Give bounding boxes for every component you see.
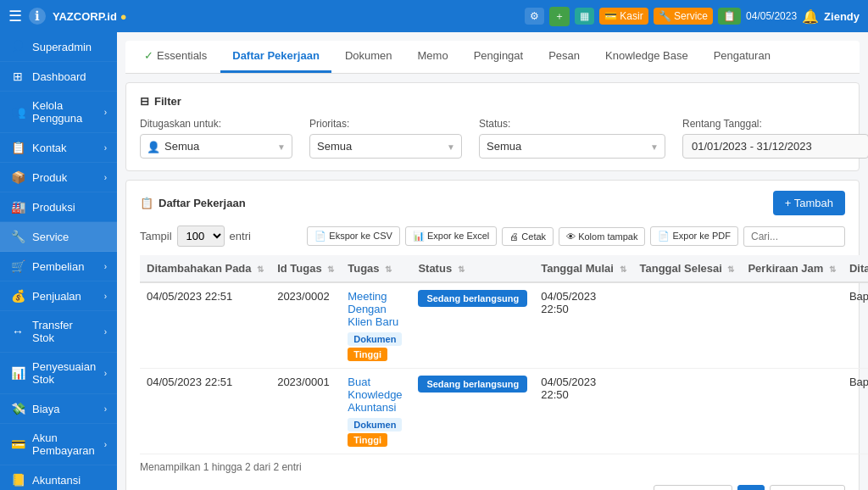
chevron-right-icon: › [104, 404, 107, 414]
tab-pesan[interactable]: Pesan [537, 41, 592, 73]
sidebar-item-biaya[interactable]: 💸 Biaya › [0, 394, 117, 424]
sidebar-item-penyesuaian-stok[interactable]: 📊 Penyesuaian Stok › [0, 353, 117, 394]
sidebar-item-akuntansi[interactable]: 📒 Akuntansi [0, 465, 117, 490]
pagination-info: Menampilkan 1 hingga 2 dari 2 entri [140, 461, 845, 473]
bell-icon[interactable]: 🔔 [802, 8, 819, 25]
export-csv-btn[interactable]: 📄 Ekspor ke CSV [307, 226, 400, 246]
task-link[interactable]: Buat Knowledge Akuntansi [348, 376, 404, 414]
table-row: 04/05/2023 22:51 2023/0002 Meeting Denga… [140, 282, 868, 369]
col-ditanda-tangani: Ditanda tangani oleh [843, 255, 868, 282]
sidebar-item-produksi[interactable]: 🏭 Produksi [0, 192, 117, 222]
assigned-select[interactable]: Semua [140, 134, 292, 159]
doc-icon-btn[interactable]: 📋 [718, 8, 741, 25]
sidebar-item-penjualan[interactable]: 💰 Penjualan › [0, 281, 117, 311]
column-toggle-btn[interactable]: 👁 Kolom tampak [559, 227, 645, 246]
main-content: ✓Essentials Daftar Pekerjaan Dokumen Mem… [117, 32, 868, 490]
hamburger-icon[interactable]: ☰ [8, 7, 22, 25]
chevron-down-icon: ▼ [447, 142, 455, 151]
badge-dokumen: Dokumen [348, 332, 402, 346]
date-range-input[interactable] [682, 134, 868, 159]
filter-row: Ditugaskan untuk: 👤 Semua ▼ Prioritas: S… [140, 118, 845, 159]
product-icon: 📦 [10, 170, 25, 184]
tab-pengaturan[interactable]: Pengaturan [702, 41, 782, 73]
search-input[interactable] [743, 226, 845, 247]
brand-logo: YAZCORP.id● [53, 10, 127, 23]
sidebar-item-pembelian[interactable]: 🛒 Pembelian › [0, 252, 117, 281]
status-label: Status: [479, 118, 665, 130]
tab-pengingat[interactable]: Pengingat [462, 41, 536, 73]
col-tugas: Tugas ⇅ [341, 255, 411, 282]
date-range-label: Rentang Tanggal: [682, 118, 868, 130]
entries-select[interactable]: 100 25 50 [177, 226, 225, 247]
tab-daftar-pekerjaan[interactable]: Daftar Pekerjaan [220, 41, 331, 73]
print-btn[interactable]: 🖨 Cetak [502, 227, 554, 246]
chevron-right-icon: › [104, 108, 107, 117]
table-controls: Tampil 100 25 50 entri 📄 Ekspor ke CSV 📊… [140, 226, 845, 247]
top-navbar: ☰ ℹ YAZCORP.id● ⚙ ＋ ▦ 💳 Kasir 🔧 Service … [0, 0, 868, 32]
service-btn[interactable]: 🔧 Service [654, 8, 713, 25]
tab-dokumen[interactable]: Dokumen [333, 41, 404, 73]
table-title: 📋 Daftar Pekerjaan [140, 197, 246, 209]
sidebar-item-transfer-stok[interactable]: ↔ Transfer Stok › [0, 311, 117, 353]
tab-memo[interactable]: Memo [406, 41, 460, 73]
info-icon[interactable]: ℹ [29, 8, 46, 25]
prev-page-btn[interactable]: Sebelumnya [654, 485, 732, 490]
service-icon: 🔧 [10, 230, 25, 243]
sidebar-item-produk[interactable]: 📦 Produk › [0, 163, 117, 192]
status-badge: Sedang berlangsung [418, 376, 527, 393]
penjualan-icon: 💰 [10, 289, 25, 303]
sidebar-item-service[interactable]: 🔧 Service [0, 222, 117, 252]
topnav-user[interactable]: Ziendy [824, 10, 860, 23]
sidebar-item-kontak[interactable]: 📋 Kontak › [0, 133, 117, 163]
show-label: Tampil [140, 230, 172, 242]
col-perkiraan-jam: Perkiraan Jam ⇅ [741, 255, 843, 282]
filter-status: Status: Semua ▼ [479, 118, 665, 159]
badge-dokumen: Dokumen [348, 418, 402, 432]
topnav-date: 04/05/2023 [746, 10, 797, 22]
add-button[interactable]: + Tambah [773, 191, 845, 215]
stok-icon: 📊 [10, 366, 25, 380]
add-icon-btn[interactable]: ＋ [549, 7, 570, 26]
sidebar-item-akun-pembayaran[interactable]: 💳 Akun Pembayaran › [0, 424, 117, 465]
topnav-action-icons: ⚙ ＋ ▦ 💳 Kasir 🔧 Service 📋 04/05/2023 🔔 Z… [525, 7, 860, 26]
export-excel-btn[interactable]: 📊 Expor ke Excel [405, 226, 497, 246]
col-tanggal-selesai: Tanggal Selesai ⇅ [633, 255, 742, 282]
settings-icon-btn[interactable]: ⚙ [525, 8, 544, 25]
filter-date-range: Rentang Tanggal: [682, 118, 868, 159]
table-box: 📋 Daftar Pekerjaan + Tambah Tampil 100 2… [125, 180, 860, 490]
filter-icon: ⊟ [140, 95, 149, 108]
grid-icon-btn[interactable]: ▦ [575, 8, 594, 25]
chevron-down-icon: ▼ [650, 142, 659, 151]
table-row: 04/05/2023 22:51 2023/0001 Buat Knowledg… [140, 369, 868, 454]
priority-select[interactable]: Semua [309, 134, 462, 159]
pembelian-icon: 🛒 [10, 259, 25, 273]
chevron-right-icon: › [104, 262, 107, 271]
status-select[interactable]: Semua [479, 134, 665, 159]
export-pdf-btn[interactable]: 📄 Expor ke PDF [650, 226, 738, 246]
pagination: Sebelumnya 1 Selanjutnya [140, 485, 845, 490]
badge-tinggi: Tinggi [348, 348, 387, 361]
assigned-label: Ditugaskan untuk: [140, 118, 292, 130]
user-icon: 👤 [10, 40, 25, 53]
tab-essentials[interactable]: ✓Essentials [132, 41, 219, 73]
tab-knowledge-base[interactable]: Knowledge Base [593, 41, 700, 73]
tab-bar: ✓Essentials Daftar Pekerjaan Dokumen Mem… [125, 41, 860, 74]
chevron-right-icon: › [104, 440, 107, 449]
data-table: Ditambahakan Pada ⇅ Id Tugas ⇅ Tugas ⇅ S… [140, 255, 868, 454]
current-page-btn[interactable]: 1 [737, 485, 765, 490]
sidebar-item-dashboard[interactable]: ⊞ Dashboard [0, 62, 117, 92]
chevron-right-icon: › [104, 369, 107, 378]
next-page-btn[interactable]: Selanjutnya [770, 485, 845, 490]
task-link[interactable]: Meeting Dengan Klien Baru [348, 290, 404, 328]
produksi-icon: 🏭 [10, 200, 25, 214]
kasir-btn[interactable]: 💳 Kasir [599, 8, 648, 25]
users-icon: 👥 [10, 105, 25, 119]
sidebar-item-superadmin[interactable]: 👤 Superadmin [0, 32, 117, 62]
dashboard-icon: ⊞ [10, 70, 25, 83]
badge-tinggi: Tinggi [348, 433, 387, 447]
sidebar: 👤 Superadmin ⊞ Dashboard 👥 Kelola Penggu… [0, 32, 117, 490]
status-badge: Sedang berlangsung [418, 290, 527, 307]
filter-priority: Prioritas: Semua ▼ [309, 118, 462, 159]
sidebar-item-kelola-pengguna[interactable]: 👥 Kelola Pengguna › [0, 92, 117, 133]
filter-box: ⊟ Filter Ditugaskan untuk: 👤 Semua ▼ Pri… [125, 82, 860, 171]
